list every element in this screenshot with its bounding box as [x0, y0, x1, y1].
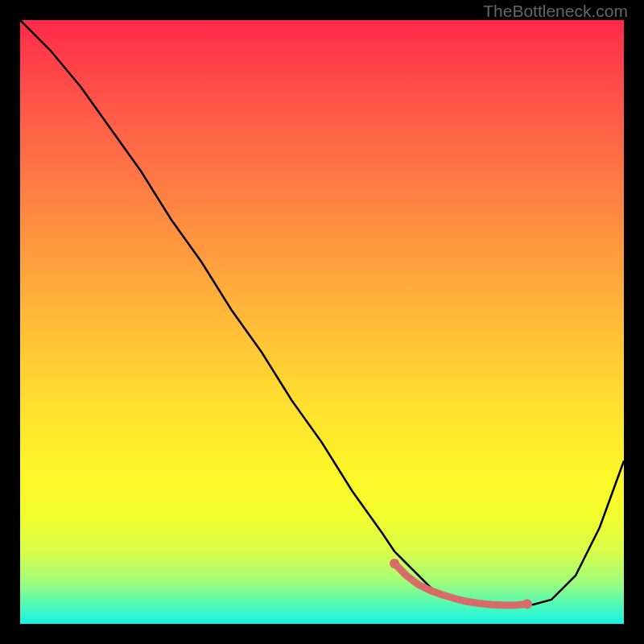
- svg-point-0: [390, 559, 399, 568]
- svg-point-1: [522, 599, 532, 609]
- plot-area: [20, 20, 624, 624]
- watermark-text: TheBottleneck.com: [483, 2, 628, 21]
- optimal-range-highlight: [394, 564, 527, 605]
- curve-svg: [20, 20, 624, 624]
- bottleneck-curve-line: [20, 20, 624, 606]
